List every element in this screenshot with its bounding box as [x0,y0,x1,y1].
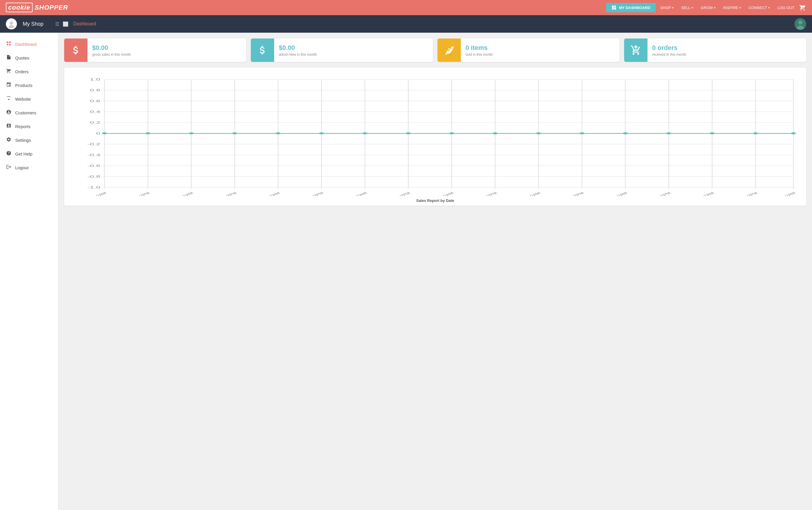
orders-icon [6,68,12,75]
sidebar-item-reports[interactable]: Reports [0,120,58,133]
svg-point-65 [791,133,796,135]
admin-fees-label: admin fees in this month [279,53,428,57]
nav-logout[interactable]: LOG OUT [774,4,798,12]
dollar-icon [70,45,81,56]
svg-text:Jan 7, 12AM: Jan 7, 12AM [599,191,629,196]
stat-card-orders-received: 0 orders received in this month [624,38,806,62]
svg-text:0.8: 0.8 [90,88,100,92]
sidebar-label-reports: Reports [15,124,31,129]
nav-inspire[interactable]: INSPIRE ▾ [720,4,744,12]
gross-sales-value: $0.00 [92,44,241,52]
dashboard-btn-label: MY DASHBOARD [619,5,650,10]
svg-text:Jan 9, 12AM: Jan 9, 12AM [768,191,797,196]
admin-fees-info: $0.00 admin fees in this month [274,40,433,60]
sidebar-item-logout[interactable]: Logout [0,161,58,174]
svg-rect-5 [7,41,8,43]
nav-right: MY DASHBOARD SHOP ▾ SELL ▾ GROW ▾ INSPIR… [606,3,806,12]
sidebar-label-dashboard: Dashboard [15,42,36,47]
box-icon [444,45,455,56]
sidebar-item-website[interactable]: Website [0,92,58,106]
svg-text:Jan 2, 12AM: Jan 2, 12AM [165,191,195,196]
svg-point-57 [449,133,454,135]
svg-text:0.2: 0.2 [90,121,100,124]
monitor-icon[interactable]: ⬜ [63,21,68,27]
svg-text:Jan 2, 12PM: Jan 2, 12PM [209,191,238,196]
svg-point-62 [666,133,671,135]
reports-icon [6,123,12,130]
svg-text:Jan 1, 12PM: Jan 1, 12PM [122,191,151,196]
menu-icon[interactable]: ☰ [55,21,59,27]
sidebar-label-settings: Settings [15,138,31,143]
sidebar-item-orders[interactable]: Orders [0,65,58,79]
svg-point-56 [406,133,411,135]
svg-point-1 [8,25,14,28]
chart-title: Sales Report by Date [70,198,800,203]
sidebar-label-orders: Orders [15,69,29,74]
logo: cookie SHOPPER [6,4,68,11]
svg-text:Jan 5, 12PM: Jan 5, 12PM [469,191,499,196]
sidebar-item-quotes[interactable]: Quotes [0,51,58,65]
svg-point-63 [709,133,715,135]
main-layout: Dashboard Quotes Orders Products Website [0,33,812,510]
svg-text:-0.4: -0.4 [87,153,100,157]
customers-icon [6,109,12,116]
main-content: $0.00 gross sales in this month $0.00 ad… [58,33,812,510]
svg-rect-8 [9,44,11,46]
nav-grow[interactable]: GROW ▾ [698,4,718,12]
svg-text:0.6: 0.6 [90,99,100,103]
settings-icon [6,137,12,144]
dashboard-icon [6,41,12,48]
stat-card-admin-fees: $0.00 admin fees in this month [251,38,433,62]
nav-connect[interactable]: CONNECT ▾ [746,4,773,12]
svg-text:Jan 6, 12AM: Jan 6, 12AM [513,191,542,196]
svg-text:Jan 3, 12AM: Jan 3, 12AM [252,191,282,196]
chart-area: 1.0 0.8 0.6 0.4 0.2 0 -0.2 -0.4 -0.6 -0.… [70,74,800,196]
svg-point-49 [102,133,107,135]
sidebar-label-gethelp: Get Help [15,151,32,157]
svg-rect-6 [9,41,11,43]
sidebar-item-customers[interactable]: Customers [0,106,58,120]
nav-sell[interactable]: SELL ▾ [678,4,696,12]
svg-text:Jan 4, 12AM: Jan 4, 12AM [339,191,368,196]
svg-point-54 [319,133,324,135]
svg-text:0.4: 0.4 [90,110,100,113]
svg-point-61 [623,133,628,135]
svg-text:Jan 6, 12PM: Jan 6, 12PM [556,191,585,196]
my-dashboard-button[interactable]: MY DASHBOARD [606,3,656,12]
svg-point-0 [10,22,13,25]
orders-received-value: 0 orders [652,44,802,52]
shop-title: My Shop [23,21,44,27]
header-icons: ☰ ⬜ Dashboard [55,21,96,27]
svg-point-60 [580,133,584,135]
top-navigation: cookie SHOPPER MY DASHBOARD SHOP ▾ SELL … [0,0,812,15]
nav-shop[interactable]: SHOP ▾ [658,4,677,12]
sidebar: Dashboard Quotes Orders Products Website [0,33,58,510]
website-icon [6,96,12,103]
svg-text:Jan 8, 12PM: Jan 8, 12PM [730,191,759,196]
chart-container: 1.0 0.8 0.6 0.4 0.2 0 -0.2 -0.4 -0.6 -0.… [64,68,806,206]
sidebar-label-logout: Logout [15,165,29,170]
sidebar-item-products[interactable]: Products [0,79,58,92]
svg-text:-1.0: -1.0 [87,186,100,189]
svg-text:Jan 1, 12AM: Jan 1, 12AM [79,191,108,196]
gethelp-icon [6,150,12,157]
orders-received-icon-box [624,38,647,62]
cart-icon[interactable] [799,4,806,11]
svg-text:Jan 7, 12PM: Jan 7, 12PM [643,191,672,196]
svg-text:Jan 3, 12PM: Jan 3, 12PM [296,191,325,196]
sidebar-item-dashboard[interactable]: Dashboard [0,37,58,51]
stat-card-gross-sales: $0.00 gross sales in this month [64,38,246,62]
sidebar-item-settings[interactable]: Settings [0,133,58,147]
quotes-icon [6,55,12,61]
svg-point-52 [232,133,237,135]
chart-svg: 1.0 0.8 0.6 0.4 0.2 0 -0.2 -0.4 -0.6 -0.… [70,74,800,196]
user-avatar[interactable] [794,18,806,30]
sidebar-label-customers: Customers [15,110,36,115]
svg-point-59 [536,133,541,135]
svg-text:-0.2: -0.2 [87,142,100,146]
svg-text:Jan 4, 12PM: Jan 4, 12PM [382,191,412,196]
cart-add-icon [630,45,641,56]
orders-received-label: received in this month [652,53,802,57]
sidebar-item-gethelp[interactable]: Get Help [0,147,58,161]
svg-point-64 [753,133,758,135]
